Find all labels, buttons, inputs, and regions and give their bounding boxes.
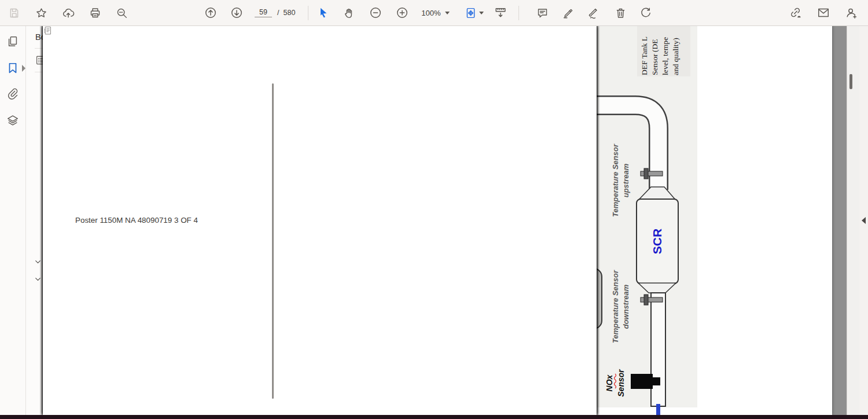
zoom-level[interactable]: 100% [421,9,440,17]
scrollbar-thumb[interactable] [849,74,852,89]
trash-icon[interactable] [615,7,627,19]
def-note-line4: and quality) [671,38,680,75]
attachments-icon[interactable] [6,87,19,100]
add-person-icon[interactable] [845,6,858,19]
nox-line1: NOx [605,374,614,391]
save-icon[interactable] [8,7,20,19]
email-icon[interactable] [817,6,830,19]
fit-page-caret[interactable] [479,12,484,14]
select-tool-icon[interactable] [318,7,329,19]
active-panel-notch [22,65,25,72]
page-separator: / [277,9,279,17]
fill-sign-icon[interactable] [589,7,601,19]
temp-down-line2: downstream [621,284,630,329]
bookmarks-list: STM M Crawler Dozer Introduction 8-205M [25,72,278,288]
hand-tool-icon[interactable] [343,7,355,19]
tailpipe [651,293,665,406]
layers-icon[interactable] [6,114,19,127]
left-rail [0,25,26,415]
page-total: 580 [283,9,295,17]
bookmark-item[interactable]: Poster 1150M NA 48090719 3 OF 4 [43,25,597,415]
right-collapse-strip[interactable] [859,25,868,415]
rotate-icon[interactable] [639,7,652,19]
def-note-line2: Sensor (DE [650,39,659,75]
share-link-icon[interactable] [789,6,802,19]
pdf-viewer-window: 59 / 580 100% [0,0,868,419]
scr-label: SCR [650,229,664,254]
def-note-line1: DEF Tank L [640,36,649,75]
def-note-line3: level, tempe [661,37,670,75]
cloud-upload-icon[interactable] [62,6,75,19]
vertical-scrollbar[interactable] [847,25,859,415]
zoom-dropdown-caret[interactable] [445,12,450,14]
search-icon[interactable] [116,7,128,19]
page-up-icon[interactable] [204,6,217,19]
toolbar: 59 / 580 100% [0,0,868,26]
nox-sensor [631,374,653,389]
page-display-icon[interactable] [494,6,507,19]
zoom-in-icon[interactable] [396,6,409,19]
bookmarks-icon[interactable] [6,62,19,75]
nox-line2: Sensor [616,369,626,397]
bottom-edge-bar [0,415,868,419]
temp-down-line1: Temperature Sensor [611,270,620,343]
temp-up-line1: Temperature Sensor [611,144,620,217]
fit-page-icon[interactable] [465,7,477,19]
star-icon[interactable] [35,7,47,19]
divider [308,6,308,20]
zoom-out-icon[interactable] [369,6,382,19]
bookmarks-panel: Bookmarks STM M Crawler Dozer [25,25,278,415]
toolbar-right-group [789,6,858,19]
bookmarks-scrollbar[interactable] [272,83,274,399]
def-tank-sensor-note: DEF Tank L Sensor (DE level, tempe and q… [637,25,690,76]
highlighter-icon[interactable] [562,7,575,19]
page-down-icon[interactable] [230,6,243,19]
page-thumbnails-icon[interactable] [6,35,19,48]
bookmark-label: Poster 1150M NA 48090719 3 OF 4 [75,216,198,225]
divider [518,6,519,20]
print-icon[interactable] [89,7,101,19]
temp-up-line2: upstream [621,163,630,197]
exhaust-out-mark [656,404,660,415]
comment-icon[interactable] [536,7,549,19]
collapse-right-icon[interactable] [862,217,866,224]
page-number-input[interactable]: 59 [255,8,272,17]
